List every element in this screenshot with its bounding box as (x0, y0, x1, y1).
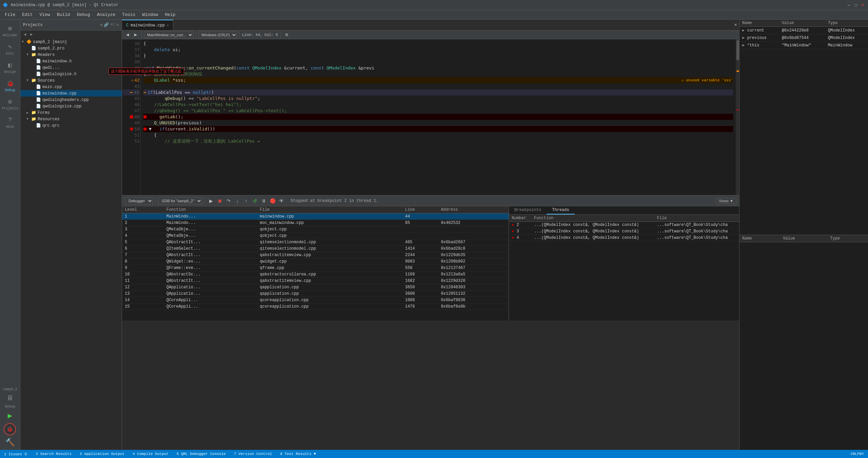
stack-row-6[interactable]: 6 QItemSelect... qitemselectionmodel.cpp… (122, 246, 509, 252)
minimize-button[interactable]: ─ (846, 2, 852, 8)
status-qml[interactable]: 5 QML Debugger Console (175, 452, 227, 456)
menu-help[interactable]: Help (161, 11, 179, 19)
stack-row-8[interactable]: 8 QWidget::ev... qwidget.cpp 9083 0x1208… (122, 258, 509, 265)
dbg-continue-btn[interactable]: ▶ (207, 197, 215, 205)
tree-node-qrc[interactable]: 📄 qrc.qrc (20, 122, 122, 129)
stack-row-4[interactable]: 4 QMetaObje... qobject.cpp (122, 233, 509, 239)
tree-sort-btn[interactable]: ⇅ (100, 22, 102, 27)
tree-node-qwdialogsize-h[interactable]: 📄 qwdialogsize.h (20, 71, 122, 77)
menu-build[interactable]: Build (54, 11, 74, 19)
sidebar-edit[interactable]: ✎ Edit (2, 41, 19, 58)
tab-close-icon[interactable]: ✕ (167, 23, 169, 27)
stack-row-13[interactable]: 13 QApplicatio... qapplication.cpp 3600 … (122, 291, 509, 297)
status-compile[interactable]: 4 Compile Output (131, 452, 170, 456)
tree-node-pro[interactable]: 📄 samp6_2.pro (20, 45, 122, 51)
projects-title: Projects (23, 23, 43, 27)
ln-44: ➡44 (123, 89, 140, 96)
build-hammer-button[interactable]: 🔨 (5, 438, 15, 447)
sidebar-projects[interactable]: ⚙ Projects (2, 96, 19, 112)
project-label: samp6_2 (3, 388, 17, 391)
status-app-output[interactable]: 3 Application Output (78, 452, 126, 456)
sidebar-welcome[interactable]: ⊞ Welcome (2, 22, 19, 39)
status-issues[interactable]: 1 Issues ① (3, 452, 29, 456)
menu-debug[interactable]: Debug (74, 11, 94, 19)
stack-row-1[interactable]: 1 MainWindo... mainwindow.cpp 44 (122, 213, 509, 220)
close-tab-btn[interactable]: ✕ (732, 22, 739, 28)
stack-row-14[interactable]: 14 QCoreAppli... qcoreapplication.cpp 10… (122, 297, 509, 304)
stack-row-7[interactable]: 7 QAbstractIt... qabstractitemview.cpp 2… (122, 252, 509, 258)
tree-add-btn[interactable]: +□ (110, 22, 115, 27)
stack-row-11[interactable]: 11 QAbstractIt... qabstractitemview.cpp … (122, 278, 509, 284)
var-current[interactable]: ▶ current @0x244220e8 QModelIndex (739, 27, 868, 34)
thread-row-4[interactable]: ● 4 ...(QModelIndex const&, QModelIndex … (509, 235, 739, 241)
dbg-stop-btn[interactable]: ⏹ (216, 197, 223, 205)
gdb-select[interactable]: GDB for "samp6_2" (158, 197, 202, 205)
dbg-restart-btn[interactable]: ↺ (251, 197, 259, 205)
close-button[interactable]: ✕ (860, 2, 865, 8)
stack-row-15[interactable]: 15 QCoreAppli... qcoreapplication.cpp 14… (122, 304, 509, 310)
tree-node-mainwindow-h[interactable]: 📄 mainwindow.h (20, 58, 122, 64)
sidebar-help[interactable]: ? Help (2, 114, 19, 131)
dbg-bp-btn[interactable]: 🔴 (269, 197, 276, 205)
threads-tab[interactable]: Threads (547, 206, 574, 214)
status-search[interactable]: 2 Search Results (34, 452, 73, 456)
prev-location-btn[interactable]: ◀ (124, 32, 131, 38)
dbg-watch-btn[interactable]: 👁 (278, 197, 285, 205)
tree-node-main-cpp[interactable]: 📄 main.cpp (20, 84, 122, 90)
stack-row-3[interactable]: 3 QMetaObje... qobject.cpp (122, 226, 509, 233)
tree-node-headers[interactable]: ▼ 📁 Headers (20, 51, 122, 58)
line-ending-selector[interactable]: Windows (CRLF) (198, 32, 237, 38)
scrollbar-thumb[interactable] (736, 40, 739, 60)
nav-back-btn[interactable]: ◀ (22, 31, 28, 38)
tree-node-mainwindow-cpp[interactable]: 📄 mainwindow.cpp (20, 90, 122, 97)
tree-node-qwdi[interactable]: 📄 qwdi... (20, 64, 122, 71)
threads-panel: Breakpoints Threads Number Function File (509, 206, 739, 320)
tree-node-resources[interactable]: ▼ 📁 Resources (20, 116, 122, 122)
nav-fwd-btn[interactable]: ▶ (28, 31, 35, 38)
stack-row-2[interactable]: 2 MainWindo... moc_mainwindow.cpp 85 0x4… (122, 220, 509, 226)
split-btn[interactable]: ⊞ (283, 32, 290, 38)
menu-file[interactable]: File (1, 11, 19, 19)
menu-window[interactable]: Window (139, 11, 161, 19)
stack-row-12[interactable]: 12 QApplicatio... qapplication.cpp 3650 … (122, 284, 509, 291)
stack-panel: Level Function File Line Address 1 MainW… (122, 206, 509, 320)
breakpoints-tab[interactable]: Breakpoints (509, 206, 547, 214)
thread-row-3[interactable]: ● 3 ...(QModelIndex const&, QModelIndex … (509, 228, 739, 235)
tree-node-sources[interactable]: ▼ 📁 Sources (20, 77, 122, 84)
tree-node-qwdialogsize-cpp[interactable]: 📄 qwdialogsize.cpp (20, 103, 122, 109)
dbg-pause-btn[interactable]: ⏸ (260, 197, 268, 205)
menu-tools[interactable]: Tools (119, 11, 139, 19)
code-editor[interactable]: { delete ui; } void MainWindow::on_curre… (141, 39, 736, 195)
function-selector[interactable]: MainWindow::on_curr... (144, 32, 193, 38)
status-tests[interactable]: 8 Test Results ▼ (279, 452, 317, 456)
next-location-btn[interactable]: ▶ (132, 32, 139, 38)
var-this[interactable]: ▶ *this "MainWindow" MainWindow (739, 42, 868, 49)
status-version[interactable]: 7 Version Control (233, 452, 273, 456)
sidebar-debug[interactable]: 🐞 Debug (2, 77, 19, 94)
debugger-mode-select[interactable]: Debugger (125, 197, 153, 205)
stack-row-10[interactable]: 10 QAbstractSc... qabstractscrollarea.cp… (122, 271, 509, 278)
dbg-step-out-btn[interactable]: ↑ (242, 197, 250, 205)
maximize-button[interactable]: □ (853, 2, 859, 8)
menu-edit[interactable]: Edit (19, 11, 36, 19)
tree-node-project[interactable]: ▼ 🔶 samp6_2 [main] (20, 39, 122, 45)
tree-node-forms[interactable]: ▶ 📁 Forms (20, 109, 122, 116)
tree-link-btn[interactable]: 🔗 (104, 22, 109, 27)
sidebar-design[interactable]: ◧ Design (2, 59, 19, 76)
th-file: File (654, 215, 739, 222)
views-btn[interactable]: Views ▼ (716, 198, 736, 204)
editor-scrollbar[interactable] (736, 39, 739, 195)
thread-row-2[interactable]: ● 2 ...(QModelIndex const&, QModelIndex … (509, 222, 739, 228)
var-previous[interactable]: ▶ previous @0x6bd87544 QModelIndex (739, 34, 868, 42)
dbg-next-btn[interactable]: ↷ (225, 197, 232, 205)
run-button[interactable]: ▶ (8, 411, 12, 420)
stack-row-9[interactable]: 9 QFrame::eve... qframe.cpp 550 0x121374… (122, 265, 509, 271)
tree-close-btn[interactable]: ✕ (117, 22, 119, 27)
active-debug-button[interactable]: 🐞 (4, 423, 16, 435)
menu-analyze[interactable]: Analyze (94, 11, 119, 19)
editor-tab-mainwindow[interactable]: C mainwindow.cpp ✕ (122, 20, 173, 30)
tree-node-qwdialogheaders-cpp[interactable]: 📄 qwdialogheaders.cpp (20, 97, 122, 103)
dbg-step-in-btn[interactable]: ↓ (234, 197, 241, 205)
menu-view[interactable]: View (36, 11, 53, 19)
stack-row-5[interactable]: 5 QAbstractIt... qitemselectionmodel.cpp… (122, 239, 509, 246)
